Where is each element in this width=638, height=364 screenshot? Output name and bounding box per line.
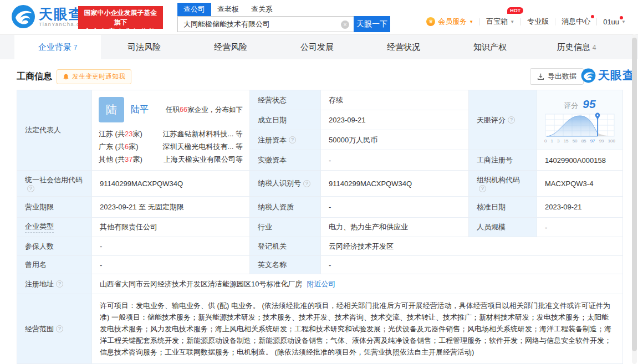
vertical-scrollbar-thumb[interactable] [632, 38, 637, 351]
field-value-est-date: 2023-09-21 [321, 110, 469, 130]
label-text: 实缴资本 [258, 155, 287, 165]
tab-company-development[interactable]: 公司发展 [274, 35, 360, 59]
value-text: 2023-09-21 [545, 203, 582, 211]
nav-toolbox[interactable]: 百宝箱 ▼ HOT [486, 17, 514, 27]
region-company: 江苏鑫钻新材料科技... 等 [163, 127, 243, 140]
search-tab-company[interactable]: 查公司 [177, 3, 211, 16]
region-num: 23 [125, 130, 132, 138]
legal-rep-name-link[interactable]: 陆平 [131, 104, 149, 116]
nav-divider [596, 18, 597, 25]
label-text: 登记机关 [258, 242, 287, 252]
tick: 50 [573, 139, 578, 143]
value-text: 电力、热力生产和供应业 [329, 222, 408, 232]
tianyan-score-chart: 0 1 3 15 50 85 97 99 100 [544, 111, 615, 143]
region-row: 其他 (共37家) 上海天楹实业有限公司等 [99, 153, 243, 166]
nav-user-menu[interactable]: 01uu ▼ [603, 18, 626, 26]
field-label-legal-rep: 法定代表人 [17, 90, 92, 171]
search-input[interactable] [178, 20, 354, 28]
tyc-swirl-icon [11, 4, 35, 29]
field-label-reg-authority: 登记机关 [250, 237, 321, 256]
field-label-address: 注册地址? [17, 274, 92, 294]
field-label-reg-no: 工商注册号 [469, 150, 537, 171]
help-icon[interactable]: ? [479, 185, 486, 192]
field-value-paid-capital: - [321, 150, 469, 171]
search-tabs: 查公司 查老板 查关系 [177, 3, 390, 16]
help-icon[interactable]: ? [56, 325, 63, 332]
nav-vip-label: 会员服务 [438, 17, 467, 27]
value-text: 2023-09-21 [329, 116, 366, 124]
nav-message-center[interactable]: 消息中心 [562, 17, 590, 27]
search-tab-relation[interactable]: 查关系 [245, 3, 279, 16]
search-block: 查公司 查老板 查关系 × 天眼一下 [177, 3, 390, 32]
vertical-scrollbar-track[interactable] [632, 34, 637, 364]
label-text: 人员规模 [477, 222, 506, 232]
field-label-reg-capital: 注册资本? [250, 130, 321, 150]
field-label-english-name: 英文名称 [250, 256, 321, 274]
search-button[interactable]: 天眼一下 [354, 16, 390, 32]
tyc-logo[interactable]: 天眼查 TianYanCha.com [11, 4, 89, 29]
region-suffix: 家) [132, 130, 142, 138]
help-icon[interactable]: ? [56, 280, 63, 288]
value-text: 14029900A000158 [545, 156, 606, 165]
search-tab-boss[interactable]: 查老板 [211, 3, 245, 16]
field-value-taxpayer-quality: - [321, 197, 469, 218]
tab-history-info[interactable]: 历史信息4 [533, 35, 620, 59]
tick: 1 [551, 139, 553, 143]
label-text: 纳税人识别号 [258, 178, 301, 188]
nav-divider [520, 18, 521, 25]
tab-company-background[interactable]: 企业背景7 [14, 35, 101, 59]
value-text: - [100, 242, 102, 250]
tab-operation-status[interactable]: 经营状况 [360, 35, 447, 59]
region-prefix: 其他 (共 [99, 155, 125, 163]
nav-toolbox-label: 百宝箱 [486, 17, 508, 27]
chevron-down-icon: ▼ [621, 19, 626, 24]
value-text: 2023-09-21 至 无固定期限 [100, 202, 184, 212]
help-icon[interactable]: ? [303, 180, 310, 187]
nav-vip-services[interactable]: ♛ 会员服务 ▼ [426, 17, 473, 27]
label-text: 经营状态 [258, 95, 287, 105]
chevron-down-icon: ▼ [510, 19, 514, 24]
score-caption: 评分95 [543, 98, 617, 111]
field-value-english-name: - [321, 256, 623, 274]
field-value-credit-code: 91140299MACXPQW34Q [92, 171, 250, 197]
help-icon[interactable]: ? [289, 136, 296, 143]
field-label-approval-date: 核准日期 [469, 197, 537, 218]
region-suffix: 家) [132, 155, 142, 163]
table-row: 营业期限 2023-09-21 至 无固定期限 纳税人资质 - 核准日期 202… [17, 197, 623, 218]
tab-label: 历史信息 [557, 42, 590, 52]
nearby-companies-link[interactable]: 附近公司 [307, 279, 335, 289]
notify-on-change-button[interactable]: 发生变更时通知我 [57, 69, 131, 84]
label-text: 曾用名 [25, 260, 47, 270]
top-header: 天眼查 TianYanCha.com 国家中小企业发展子基金旗下 官方备案企业征… [0, 0, 638, 34]
field-label-paid-capital: 实缴资本 [250, 150, 321, 171]
export-data-button[interactable]: 导出数据 [530, 68, 584, 85]
value-text: 50000万人民币 [329, 135, 377, 145]
value-text: - [329, 203, 331, 211]
region-suffix: 家) [129, 142, 138, 151]
clear-input-icon[interactable]: × [341, 20, 349, 29]
table-row: 注册地址? 山西省大同市云冈经济技术开发区清洁能源园区10号标准化厂房 附近公司 [17, 274, 623, 294]
field-value-reg-capital: 50000万人民币 [321, 130, 469, 150]
tab-count: 7 [74, 44, 78, 52]
label-text: 核准日期 [477, 202, 506, 212]
tick: 85 [581, 139, 586, 143]
tick: 15 [564, 139, 569, 143]
search-input-wrap: × [177, 16, 354, 32]
region-company: 深圳天楹光电科技有... 等 [163, 140, 243, 153]
section-header: 工商信息 发生变更时通知我 导出数据 天眼查 [0, 66, 638, 89]
label-text: 统一社会信用代码 [25, 175, 83, 185]
tab-intellectual-property[interactable]: 知识产权 [447, 35, 533, 59]
help-icon[interactable]: ? [508, 116, 515, 124]
tab-operation-risk[interactable]: 经营风险 [187, 35, 274, 59]
nav-username-wrap: 01uu [603, 18, 619, 26]
label-text: 成立日期 [258, 115, 287, 125]
table-row: 法定代表人 陆 陆平 任职66家企业，分布如下 江苏 (共23家) 江苏鑫钻新材… [17, 90, 623, 171]
nav-pro-version[interactable]: 专业版 [527, 17, 549, 27]
summary-suffix: 家企业，分布如下 [187, 106, 243, 114]
tab-judicial-risk[interactable]: 司法风险 [101, 35, 187, 59]
field-value-business-scope: 许可项目：发电业务、输电业务、供 (配) 电业务。 (依法须经批准的项目，经相关… [92, 294, 623, 364]
tab-label: 司法风险 [127, 42, 161, 52]
notification-dot [591, 15, 594, 18]
download-icon [537, 73, 544, 80]
help-icon[interactable]: ? [27, 185, 34, 192]
